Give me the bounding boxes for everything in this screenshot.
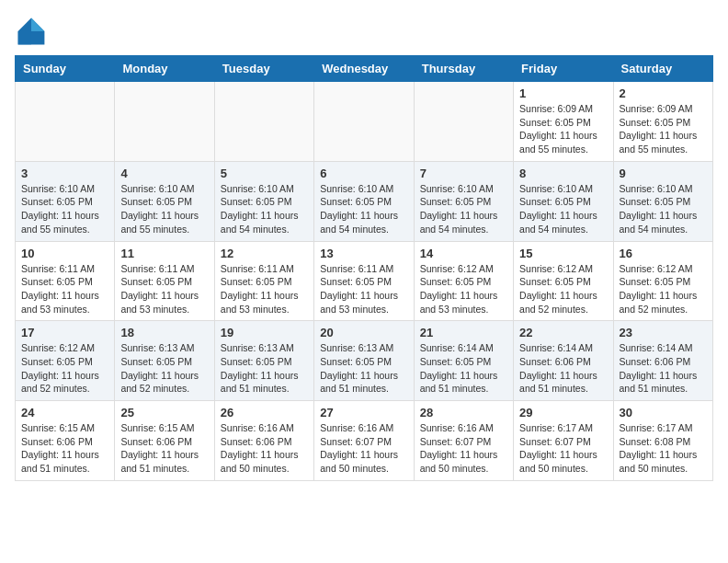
day-info: Sunrise: 6:12 AM Sunset: 6:05 PM Dayligh… [21, 341, 108, 396]
calendar-cell: 27Sunrise: 6:16 AM Sunset: 6:07 PM Dayli… [314, 401, 414, 481]
calendar-cell: 16Sunrise: 6:12 AM Sunset: 6:05 PM Dayli… [613, 241, 712, 321]
calendar-cell: 23Sunrise: 6:14 AM Sunset: 6:06 PM Dayli… [613, 321, 712, 401]
weekday-header-monday: Monday [115, 56, 214, 82]
logo-icon [15, 15, 48, 48]
calendar-cell: 21Sunrise: 6:14 AM Sunset: 6:05 PM Dayli… [414, 321, 513, 401]
day-number: 14 [420, 247, 507, 260]
day-number: 4 [120, 167, 208, 180]
calendar-cell: 2Sunrise: 6:09 AM Sunset: 6:05 PM Daylig… [613, 82, 712, 162]
day-number: 30 [620, 406, 707, 419]
calendar-cell: 19Sunrise: 6:13 AM Sunset: 6:05 PM Dayli… [214, 321, 313, 401]
day-info: Sunrise: 6:14 AM Sunset: 6:05 PM Dayligh… [420, 341, 507, 396]
day-info: Sunrise: 6:12 AM Sunset: 6:05 PM Dayligh… [519, 262, 607, 316]
day-info: Sunrise: 6:16 AM Sunset: 6:06 PM Dayligh… [221, 421, 308, 476]
calendar-cell: 29Sunrise: 6:17 AM Sunset: 6:07 PM Dayli… [514, 401, 613, 481]
calendar-cell: 13Sunrise: 6:11 AM Sunset: 6:05 PM Dayli… [314, 241, 414, 321]
calendar-cell [414, 82, 513, 162]
day-info: Sunrise: 6:10 AM Sunset: 6:05 PM Dayligh… [620, 182, 707, 236]
calendar-cell: 9Sunrise: 6:10 AM Sunset: 6:05 PM Daylig… [613, 161, 712, 241]
calendar-cell: 26Sunrise: 6:16 AM Sunset: 6:06 PM Dayli… [214, 401, 313, 481]
day-number: 24 [21, 406, 108, 419]
day-number: 9 [620, 167, 707, 180]
day-number: 11 [120, 247, 208, 260]
day-number: 15 [519, 247, 607, 260]
calendar-cell: 17Sunrise: 6:12 AM Sunset: 6:05 PM Dayli… [16, 321, 115, 401]
week-row-3: 10Sunrise: 6:11 AM Sunset: 6:05 PM Dayli… [16, 241, 713, 321]
day-number: 12 [221, 247, 308, 260]
calendar-cell: 24Sunrise: 6:15 AM Sunset: 6:06 PM Dayli… [16, 401, 115, 481]
day-number: 22 [519, 326, 607, 339]
week-row-1: 1Sunrise: 6:09 AM Sunset: 6:05 PM Daylig… [16, 82, 713, 162]
calendar-cell: 30Sunrise: 6:17 AM Sunset: 6:08 PM Dayli… [613, 401, 712, 481]
day-number: 28 [420, 406, 507, 419]
day-number: 8 [519, 167, 607, 180]
day-number: 16 [620, 247, 707, 260]
calendar-table: SundayMondayTuesdayWednesdayThursdayFrid… [15, 55, 713, 481]
day-number: 27 [320, 406, 407, 419]
day-info: Sunrise: 6:11 AM Sunset: 6:05 PM Dayligh… [320, 262, 407, 316]
calendar-cell: 14Sunrise: 6:12 AM Sunset: 6:05 PM Dayli… [414, 241, 513, 321]
day-number: 2 [620, 86, 707, 100]
weekday-header-row: SundayMondayTuesdayWednesdayThursdayFrid… [16, 56, 713, 82]
day-number: 10 [21, 247, 108, 260]
weekday-header-friday: Friday [514, 56, 613, 82]
weekday-header-wednesday: Wednesday [314, 56, 414, 82]
day-number: 23 [620, 326, 707, 339]
calendar-cell: 6Sunrise: 6:10 AM Sunset: 6:05 PM Daylig… [314, 161, 414, 241]
calendar-cell: 7Sunrise: 6:10 AM Sunset: 6:05 PM Daylig… [414, 161, 513, 241]
day-info: Sunrise: 6:16 AM Sunset: 6:07 PM Dayligh… [320, 421, 407, 476]
day-info: Sunrise: 6:13 AM Sunset: 6:05 PM Dayligh… [320, 341, 407, 396]
day-number: 13 [320, 247, 407, 260]
calendar-cell: 12Sunrise: 6:11 AM Sunset: 6:05 PM Dayli… [214, 241, 313, 321]
logo [15, 15, 51, 48]
calendar-cell [115, 82, 214, 162]
calendar-cell: 18Sunrise: 6:13 AM Sunset: 6:05 PM Dayli… [115, 321, 214, 401]
calendar-cell: 8Sunrise: 6:10 AM Sunset: 6:05 PM Daylig… [514, 161, 613, 241]
calendar-cell: 25Sunrise: 6:15 AM Sunset: 6:06 PM Dayli… [115, 401, 214, 481]
day-number: 26 [221, 406, 308, 419]
day-info: Sunrise: 6:09 AM Sunset: 6:05 PM Dayligh… [519, 102, 607, 156]
calendar-cell: 1Sunrise: 6:09 AM Sunset: 6:05 PM Daylig… [514, 82, 613, 162]
week-row-4: 17Sunrise: 6:12 AM Sunset: 6:05 PM Dayli… [16, 321, 713, 401]
day-number: 21 [420, 326, 507, 339]
day-number: 3 [21, 167, 108, 180]
day-info: Sunrise: 6:10 AM Sunset: 6:05 PM Dayligh… [320, 182, 407, 236]
day-info: Sunrise: 6:11 AM Sunset: 6:05 PM Dayligh… [21, 262, 108, 316]
svg-marker-1 [31, 18, 44, 31]
calendar-cell: 20Sunrise: 6:13 AM Sunset: 6:05 PM Dayli… [314, 321, 414, 401]
calendar-cell: 28Sunrise: 6:16 AM Sunset: 6:07 PM Dayli… [414, 401, 513, 481]
calendar-cell: 10Sunrise: 6:11 AM Sunset: 6:05 PM Dayli… [16, 241, 115, 321]
day-number: 5 [221, 167, 308, 180]
calendar-cell: 5Sunrise: 6:10 AM Sunset: 6:05 PM Daylig… [214, 161, 313, 241]
weekday-header-sunday: Sunday [16, 56, 115, 82]
day-info: Sunrise: 6:10 AM Sunset: 6:05 PM Dayligh… [120, 182, 208, 236]
day-info: Sunrise: 6:10 AM Sunset: 6:05 PM Dayligh… [420, 182, 507, 236]
day-info: Sunrise: 6:14 AM Sunset: 6:06 PM Dayligh… [519, 341, 607, 396]
week-row-2: 3Sunrise: 6:10 AM Sunset: 6:05 PM Daylig… [16, 161, 713, 241]
day-number: 20 [320, 326, 407, 339]
calendar-cell [16, 82, 115, 162]
day-number: 29 [519, 406, 607, 419]
day-number: 17 [21, 326, 108, 339]
weekday-header-thursday: Thursday [414, 56, 513, 82]
day-number: 19 [221, 326, 308, 339]
day-info: Sunrise: 6:12 AM Sunset: 6:05 PM Dayligh… [620, 262, 707, 316]
day-info: Sunrise: 6:11 AM Sunset: 6:05 PM Dayligh… [120, 262, 208, 316]
day-info: Sunrise: 6:17 AM Sunset: 6:08 PM Dayligh… [620, 421, 707, 476]
calendar-cell [314, 82, 414, 162]
week-row-5: 24Sunrise: 6:15 AM Sunset: 6:06 PM Dayli… [16, 401, 713, 481]
day-number: 25 [120, 406, 208, 419]
calendar-cell: 22Sunrise: 6:14 AM Sunset: 6:06 PM Dayli… [514, 321, 613, 401]
day-number: 18 [120, 326, 208, 339]
day-info: Sunrise: 6:10 AM Sunset: 6:05 PM Dayligh… [221, 182, 308, 236]
day-info: Sunrise: 6:13 AM Sunset: 6:05 PM Dayligh… [221, 341, 308, 396]
day-number: 1 [519, 86, 607, 100]
day-info: Sunrise: 6:14 AM Sunset: 6:06 PM Dayligh… [620, 341, 707, 396]
day-info: Sunrise: 6:15 AM Sunset: 6:06 PM Dayligh… [21, 421, 108, 476]
weekday-header-saturday: Saturday [613, 56, 712, 82]
svg-marker-2 [18, 31, 31, 44]
day-info: Sunrise: 6:10 AM Sunset: 6:05 PM Dayligh… [21, 182, 108, 236]
day-info: Sunrise: 6:12 AM Sunset: 6:05 PM Dayligh… [420, 262, 507, 316]
day-number: 7 [420, 167, 507, 180]
calendar-cell: 11Sunrise: 6:11 AM Sunset: 6:05 PM Dayli… [115, 241, 214, 321]
